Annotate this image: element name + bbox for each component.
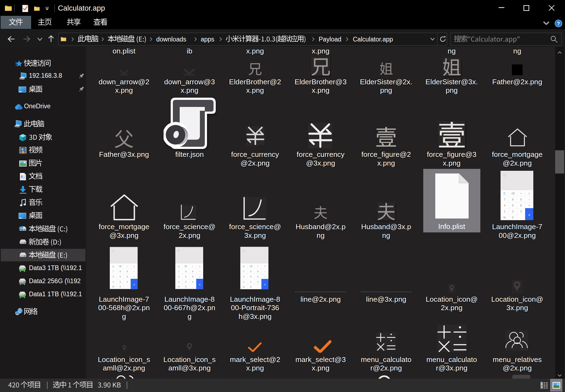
svg-text:3: 3: [520, 210, 522, 213]
svg-text:×: ×: [134, 265, 135, 268]
svg-text:2: 2: [250, 280, 252, 283]
svg-text:0: 0: [185, 285, 187, 288]
svg-text:.: .: [258, 286, 258, 288]
svg-text:%: %: [112, 285, 114, 288]
svg-text:C: C: [178, 265, 180, 268]
svg-text:⌫: ⌫: [511, 192, 515, 195]
svg-text:9: 9: [126, 270, 128, 273]
svg-text:1: 1: [113, 280, 114, 283]
svg-text:6: 6: [257, 275, 259, 278]
svg-text:×: ×: [528, 192, 530, 195]
svg-text:8: 8: [512, 198, 514, 201]
svg-text:%: %: [503, 216, 506, 219]
svg-text:7: 7: [243, 270, 244, 273]
svg-text:3: 3: [257, 280, 259, 283]
svg-text:4: 4: [243, 275, 244, 278]
svg-text:⌫: ⌫: [119, 265, 122, 268]
svg-text:−: −: [199, 270, 200, 273]
svg-text:⌫: ⌫: [184, 265, 187, 268]
svg-text:4: 4: [504, 204, 505, 207]
svg-text:7: 7: [504, 198, 505, 201]
svg-text:1: 1: [243, 280, 244, 283]
svg-text:C: C: [243, 265, 245, 268]
svg-text:0: 0: [250, 286, 252, 288]
svg-text:−: −: [528, 198, 530, 201]
svg-text:9: 9: [257, 270, 259, 273]
svg-text:+: +: [264, 275, 265, 278]
svg-text:7: 7: [178, 270, 179, 273]
svg-text:4: 4: [178, 275, 179, 278]
svg-text:6: 6: [520, 204, 522, 207]
svg-text:+: +: [134, 275, 135, 278]
svg-text:÷: ÷: [126, 265, 128, 268]
svg-text:=: =: [264, 283, 265, 286]
svg-text:1: 1: [504, 210, 505, 213]
svg-text:.: .: [127, 285, 128, 288]
svg-text:9: 9: [520, 198, 522, 201]
svg-text:0: 0: [120, 285, 121, 288]
svg-text:1: 1: [178, 280, 179, 283]
svg-text:+: +: [199, 275, 200, 278]
svg-text:.: .: [521, 216, 522, 219]
svg-text:3: 3: [126, 280, 128, 283]
svg-text:2: 2: [512, 210, 514, 213]
svg-text:5: 5: [185, 275, 187, 278]
svg-text:6: 6: [126, 275, 128, 278]
svg-text:×: ×: [264, 265, 265, 268]
svg-text:C: C: [504, 192, 506, 195]
svg-text:?: ?: [557, 21, 560, 26]
svg-text:=: =: [199, 283, 200, 286]
svg-text:×: ×: [199, 265, 200, 268]
svg-text:−: −: [264, 270, 265, 273]
svg-text:2: 2: [120, 280, 121, 283]
svg-text:÷: ÷: [192, 265, 193, 268]
svg-text:8: 8: [185, 270, 187, 273]
svg-text:8: 8: [250, 270, 252, 273]
svg-text:9: 9: [192, 270, 193, 273]
svg-text:⌫: ⌫: [249, 265, 252, 268]
svg-text:2: 2: [185, 280, 187, 283]
svg-text:÷: ÷: [257, 265, 259, 268]
svg-text:0: 0: [512, 216, 514, 219]
svg-text:5: 5: [512, 204, 514, 207]
svg-text:.: .: [193, 285, 193, 288]
svg-text:5: 5: [250, 275, 252, 278]
svg-text:%: %: [243, 286, 245, 288]
svg-text:÷: ÷: [520, 192, 522, 195]
svg-text:7: 7: [113, 270, 114, 273]
svg-text:3: 3: [192, 280, 193, 283]
svg-text:8: 8: [120, 270, 121, 273]
svg-text:5: 5: [120, 275, 121, 278]
svg-text:6: 6: [192, 275, 193, 278]
svg-text:+: +: [528, 204, 530, 207]
svg-text:=: =: [528, 213, 530, 217]
svg-text:−: −: [134, 270, 135, 273]
svg-text:%: %: [178, 285, 180, 288]
svg-text:C: C: [112, 265, 114, 268]
svg-text:=: =: [134, 283, 135, 286]
svg-text:4: 4: [113, 275, 114, 278]
